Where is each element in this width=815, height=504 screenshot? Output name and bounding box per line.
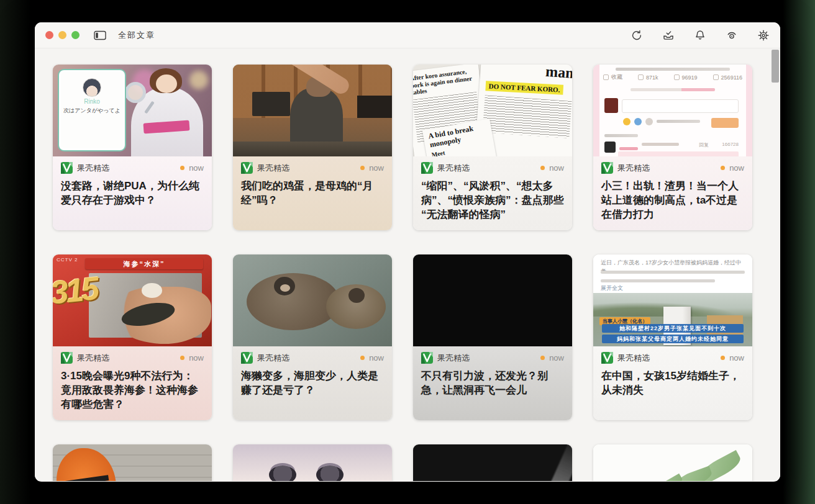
feed-source-name: 果壳精选 <box>617 163 650 174</box>
article-time: now <box>189 163 204 173</box>
article-thumbnail: After koro assurance, pork is again on d… <box>413 65 572 156</box>
news-video-frame: 当事人小慧（化名）她和隔壁村22岁男子张某见面不到十次妈妈和张某父母商定两人婚约… <box>593 293 752 346</box>
article-time: now <box>189 353 204 362</box>
weibo-action: 2569116 <box>713 73 742 81</box>
unread-dot-icon <box>180 166 184 170</box>
bokeh-spot <box>189 71 208 89</box>
article-title: 海獭变多，海胆变少，人类是赚了还是亏了？ <box>241 369 384 397</box>
article-meta: 果壳精选 now 我们吃的鸡蛋，是母鸡的“月经”吗？ <box>233 156 392 230</box>
guokr-logo-icon <box>61 352 73 364</box>
article-card-7[interactable]: 果壳精选 now 不只有引力波，还发光？别急，让黑洞再飞一会儿 <box>413 254 572 420</box>
article-thumbnail <box>413 444 572 481</box>
unread-dot-icon <box>540 166 545 170</box>
comment-input <box>622 99 739 113</box>
settings-button[interactable] <box>757 29 770 42</box>
article-card-10[interactable] <box>233 444 392 481</box>
minimize-button[interactable] <box>58 31 66 39</box>
desktop-background: 全部文章 <box>0 0 815 504</box>
feed-source-name: 果壳精选 <box>437 353 470 364</box>
article-meta: 果壳精选 now 海獭变多，海胆变少，人类是赚了还是亏了？ <box>233 346 392 420</box>
weibo-action: 收藏 <box>603 73 622 81</box>
expand-link: 展开全文 <box>601 284 623 292</box>
article-thumbnail: CCTV 2海参“水深”315 <box>53 254 212 346</box>
emoji-icon <box>623 118 631 125</box>
unread-dot-icon <box>360 166 365 170</box>
unread-dot-icon <box>721 166 725 170</box>
article-time: now <box>729 163 744 173</box>
highlighted-headline: DO NOT FEAR KORO. <box>485 81 563 95</box>
unread-dot-icon <box>360 356 365 360</box>
article-card-8[interactable]: 近日，广东茂名，17岁少女小慧举报被妈妈逼婚，经过中考…展开全文当事人小慧（化名… <box>593 254 752 420</box>
comment-avatar <box>604 98 618 113</box>
titlebar: 全部文章 <box>35 22 780 48</box>
article-card-9[interactable] <box>53 444 212 481</box>
article-card-11[interactable] <box>413 444 572 481</box>
like-count: 166728 <box>722 142 739 147</box>
otter-face <box>348 288 365 303</box>
feed-source-name: 果壳精选 <box>617 353 650 364</box>
gear-icon <box>757 29 770 42</box>
article-meta: 果壳精选 now 在中国，女孩15岁结婚生子，从未消失 <box>593 346 752 420</box>
chat-avatar <box>83 78 101 97</box>
post-text-line <box>601 279 715 282</box>
notifications-button[interactable] <box>693 29 707 42</box>
app-window: 全部文章 <box>35 22 780 482</box>
submit-button <box>711 118 739 128</box>
mark-read-on-view-button[interactable] <box>725 29 739 42</box>
article-grid: Rinko次はアンタがやってよ 果壳精选 now 没套路，谢绝PUA，为什么纯爱… <box>35 48 780 481</box>
weibo-action: 96919 <box>674 73 698 81</box>
light-streak <box>516 444 572 481</box>
article-card-5[interactable]: CCTV 2海参“水深”315 果壳精选 now 3·15晚会曝光9种不法行为：… <box>53 254 212 420</box>
section-tabs <box>604 134 638 137</box>
article-card-2[interactable]: 果壳精选 now 我们吃的鸡蛋，是母鸡的“月经”吗？ <box>233 65 392 230</box>
article-time: now <box>369 353 384 362</box>
notice-bar <box>631 88 715 91</box>
toolbar <box>630 29 770 42</box>
inbox-check-icon <box>662 29 675 42</box>
guokr-logo-icon <box>601 352 613 364</box>
reply-label: 回复 <box>699 142 709 148</box>
refresh-button[interactable] <box>630 29 644 42</box>
unread-dot-icon <box>540 356 545 360</box>
article-title: “缩阳”、“风淤积”、“想太多病”、“愤恨亲族病”：盘点那些“无法翻译的怪病” <box>421 179 564 222</box>
sidebar-toggle-button[interactable] <box>93 30 107 41</box>
article-card-12[interactable] <box>593 444 752 481</box>
guokr-logo-icon <box>241 352 253 364</box>
refresh-icon <box>631 29 643 42</box>
article-thumbnail: 近日，广东茂名，17岁少女小慧举报被妈妈逼婚，经过中考…展开全文当事人小慧（化名… <box>593 254 752 346</box>
article-title: 不只有引力波，还发光？别急，让黑洞再飞一会儿 <box>421 369 564 397</box>
article-meta: 果壳精选 now 不只有引力波，还发光？别急，让黑洞再飞一会儿 <box>413 346 572 420</box>
article-card-6[interactable]: 果壳精选 now 海獭变多，海胆变少，人类是赚了还是亏了？ <box>233 254 392 420</box>
article-time: now <box>549 163 564 173</box>
article-thumbnail <box>233 254 392 346</box>
eye-icon <box>726 29 738 42</box>
chat-bubble-panel: Rinko次はアンタがやってよ <box>58 69 126 151</box>
zoom-button[interactable] <box>71 31 80 39</box>
article-meta: 果壳精选 now 没套路，谢绝PUA，为什么纯爱只存在于游戏中？ <box>53 156 212 230</box>
article-title: 没套路，谢绝PUA，为什么纯爱只存在于游戏中？ <box>61 179 204 207</box>
article-thumbnail <box>53 444 212 481</box>
anime-eye <box>316 466 344 481</box>
close-button[interactable] <box>45 31 53 39</box>
masthead-fragment: man <box>486 65 572 83</box>
guokr-logo-icon <box>61 162 73 174</box>
mark-all-read-button[interactable] <box>662 29 675 42</box>
otter-muzzle <box>280 284 290 292</box>
guokr-logo-icon <box>421 352 433 364</box>
clipping-headline: After koro assurance, pork is again on d… <box>413 67 476 96</box>
article-thumbnail: Rinko次はアンタがやってよ <box>53 65 212 156</box>
comment-text-line <box>642 143 679 146</box>
traffic-lights <box>45 31 80 39</box>
article-title: 在中国，女孩15岁结婚生子，从未消失 <box>601 369 744 397</box>
unread-dot-icon <box>721 356 725 360</box>
article-card-1[interactable]: Rinko次はアンタがやってよ 果壳精选 now 没套路，谢绝PUA，为什么纯爱… <box>53 65 212 230</box>
article-card-3[interactable]: After koro assurance, pork is again on d… <box>413 65 572 230</box>
article-card-4[interactable]: 收藏871k969192569116回复166728 果壳精选 now 小三！出… <box>593 65 752 230</box>
article-time: now <box>729 353 744 362</box>
guokr-logo-icon <box>241 162 253 174</box>
article-meta: 果壳精选 now 小三！出轨！渣男！当一个人站上道德的制高点，ta不过是在借力打… <box>593 156 752 230</box>
scrollbar-thumb[interactable] <box>772 50 779 83</box>
feed-source-name: 果壳精选 <box>77 353 109 364</box>
guokr-logo-icon <box>601 162 613 174</box>
article-thumbnail <box>593 444 752 481</box>
